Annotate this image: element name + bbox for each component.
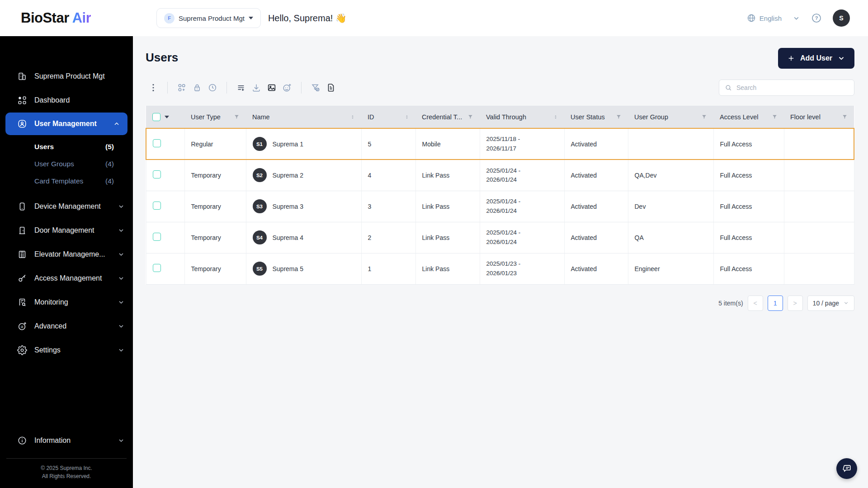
chat-fab-button[interactable]: [836, 458, 857, 479]
col-floor-level[interactable]: Floor level: [784, 106, 854, 128]
language-selector[interactable]: English: [747, 14, 782, 23]
filter-icon[interactable]: [701, 114, 707, 120]
select-all-checkbox[interactable]: [152, 113, 160, 121]
topbar-right: English ? S: [747, 9, 850, 27]
search-input[interactable]: [736, 84, 849, 91]
filter-icon[interactable]: [234, 114, 240, 120]
language-chevron-button[interactable]: [793, 14, 800, 22]
filter-icon[interactable]: [772, 114, 778, 120]
select-caret-icon[interactable]: [165, 116, 169, 118]
page-size-select[interactable]: 10 / page: [807, 296, 854, 311]
toolbar: [146, 80, 854, 96]
row-checkbox[interactable]: [153, 202, 161, 210]
table-row[interactable]: Temporary S5Suprema 5 1 Link Pass 2025/0…: [146, 253, 854, 284]
next-page-button[interactable]: >: [788, 296, 803, 311]
sidebar-item-advanced[interactable]: α Advanced: [0, 314, 133, 338]
sidebar-item-suprema-product-mgt[interactable]: Suprema Product Mgt: [0, 64, 133, 88]
col-valid-through[interactable]: Valid Through: [480, 106, 564, 128]
table-row[interactable]: Temporary S3Suprema 3 3 Link Pass 2025/0…: [146, 191, 854, 222]
sort-icon[interactable]: [350, 114, 355, 120]
row-checkbox[interactable]: [153, 233, 161, 241]
user-name: Suprema 1: [273, 141, 303, 148]
user-name: Suprema 2: [273, 172, 303, 179]
face-add-icon: [282, 83, 292, 93]
status-cell: Activated: [564, 253, 628, 284]
clear-filter-button[interactable]: [308, 80, 323, 95]
assign-group-button[interactable]: [174, 80, 189, 95]
col-user-type[interactable]: User Type: [184, 106, 246, 128]
col-select-all[interactable]: [146, 106, 184, 128]
import-button[interactable]: [249, 80, 264, 95]
lock-button[interactable]: [189, 80, 205, 95]
sidebar-item-monitoring[interactable]: Monitoring: [0, 290, 133, 314]
report-button[interactable]: [323, 80, 339, 95]
sidebar-item-user-management[interactable]: User Management: [5, 113, 127, 135]
sidebar-item-label: Settings: [34, 346, 61, 354]
face-enroll-button[interactable]: [279, 80, 295, 95]
sidebar-item-card-templates[interactable]: Card Templates (4): [0, 173, 133, 190]
sidebar-item-dashboard[interactable]: Dashboard: [0, 88, 133, 112]
user-type-cell: Temporary: [184, 222, 246, 253]
chevron-down-icon: [118, 299, 125, 306]
add-user-button[interactable]: Add User: [778, 48, 854, 69]
sidebar-item-users[interactable]: Users (5): [0, 138, 133, 155]
pagination: 5 item(s) < 1 > 10 / page: [146, 296, 854, 311]
table-row[interactable]: Temporary S2Suprema 2 4 Link Pass 2025/0…: [146, 160, 854, 191]
sidebar-item-device-management[interactable]: Device Management: [0, 194, 133, 218]
user-avatar[interactable]: S: [833, 9, 850, 27]
row-checkbox[interactable]: [153, 139, 161, 147]
valid-to: 2026/01/24: [486, 175, 558, 184]
elevator-icon: [17, 249, 27, 259]
photo-button[interactable]: [264, 80, 279, 95]
sidebar-item-user-groups[interactable]: User Groups (4): [0, 155, 133, 173]
col-user-group[interactable]: User Group: [628, 106, 713, 128]
col-label: Valid Through: [486, 113, 526, 121]
page-1-button[interactable]: 1: [768, 296, 783, 311]
history-button[interactable]: [205, 80, 220, 95]
filter-icon[interactable]: [467, 114, 473, 120]
greeting-text: Hello, Suprema! 👋: [268, 13, 347, 23]
sidebar-item-access-management[interactable]: Access Management: [0, 266, 133, 290]
sidebar-item-door-management[interactable]: Door Management: [0, 218, 133, 242]
org-caret-icon: [249, 17, 253, 19]
row-checkbox[interactable]: [153, 264, 161, 272]
row-checkbox[interactable]: [153, 170, 161, 178]
add-user-chevron-icon: [837, 54, 845, 62]
valid-to: 2026/11/17: [486, 144, 558, 153]
filter-icon[interactable]: [616, 114, 622, 120]
sidebar-item-information[interactable]: Information: [0, 429, 133, 453]
chevron-down-icon: [843, 300, 849, 306]
valid-through-cell: 2025/01/24 -2026/01/24: [480, 191, 564, 222]
filter-icon[interactable]: [842, 114, 848, 120]
sort-icon[interactable]: [405, 114, 409, 120]
sort-icon[interactable]: [553, 114, 558, 120]
name-cell: S4Suprema 4: [246, 222, 361, 253]
sidebar-footer: © 2025 Suprema Inc. All Rights Reserved.: [0, 464, 133, 488]
app-body: Suprema Product Mgt Dashboard User Manag…: [0, 36, 868, 488]
valid-from: 2025/01/24 -: [486, 166, 558, 175]
more-actions-button[interactable]: [146, 80, 161, 95]
info-icon: [17, 436, 27, 446]
col-user-status[interactable]: User Status: [564, 106, 628, 128]
org-selector[interactable]: F Suprema Product Mgt: [156, 8, 261, 28]
sidebar-item-settings[interactable]: Settings: [0, 338, 133, 362]
sidebar-item-label: Door Management: [34, 226, 94, 235]
gear-icon: [17, 345, 27, 355]
sidebar-item-elevator-management[interactable]: Elevator Manageme...: [0, 242, 133, 266]
batch-edit-button[interactable]: [233, 80, 249, 95]
sidebar-item-label: Monitoring: [34, 298, 68, 306]
help-button[interactable]: ?: [811, 13, 822, 23]
col-access-level[interactable]: Access Level: [713, 106, 784, 128]
group-cell: QA,Dev: [628, 160, 713, 191]
download-icon: [251, 83, 261, 93]
col-name[interactable]: Name: [246, 106, 361, 128]
valid-to: 2026/01/23: [486, 269, 558, 278]
table-row[interactable]: Regular S1Suprema 1 5 Mobile 2025/11/18 …: [146, 128, 854, 160]
valid-through-cell: 2025/11/18 -2026/11/17: [480, 128, 564, 160]
table-row[interactable]: Temporary S4Suprema 4 2 Link Pass 2025/0…: [146, 222, 854, 253]
col-credential-type[interactable]: Credential T...: [415, 106, 480, 128]
col-id[interactable]: ID: [361, 106, 415, 128]
prev-page-button[interactable]: <: [748, 296, 763, 311]
svg-text:?: ?: [815, 15, 818, 21]
valid-through-cell: 2025/01/24 -2026/01/24: [480, 222, 564, 253]
